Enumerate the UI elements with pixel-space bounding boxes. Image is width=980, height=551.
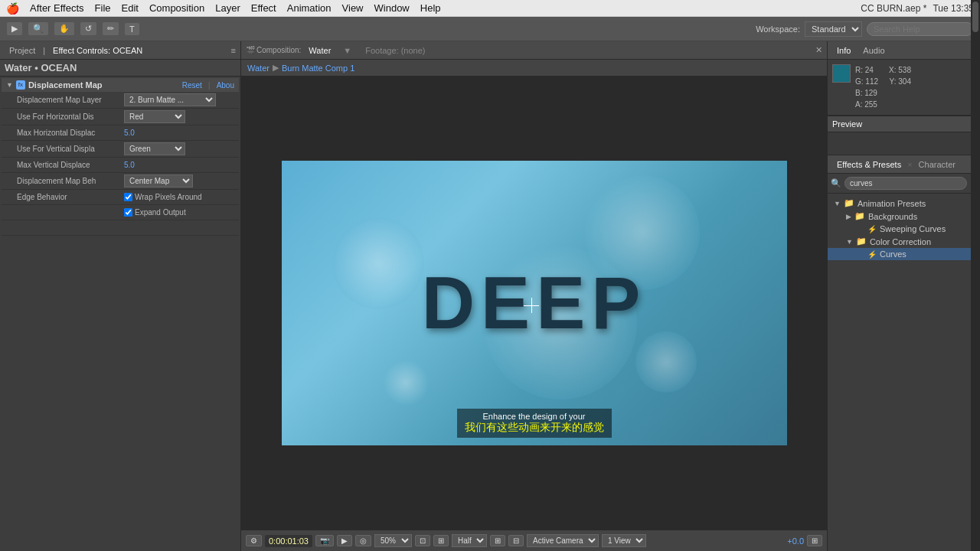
expand-btn[interactable]: ⊞ xyxy=(807,535,822,546)
time-display[interactable]: 0:00:01:03 xyxy=(265,535,312,547)
nav-burn-matte[interactable]: Burn Matte Comp 1 xyxy=(282,64,354,73)
disp-map-beh-row: Displacement Map Beh Center Map xyxy=(2,173,239,190)
menu-window[interactable]: Window xyxy=(374,2,410,14)
expand-output-check[interactable]: Expand Output xyxy=(124,208,186,217)
displacement-map-section: ▼ fx Displacement Map Reset | Abou Displ… xyxy=(2,78,239,236)
character-tab[interactable]: Character xyxy=(914,158,960,171)
coord-x: 538 xyxy=(898,66,911,74)
right-panel-header: Info Audio ≡ xyxy=(828,41,980,60)
max-horiz-value[interactable]: 5.0 xyxy=(124,129,234,137)
guides-btn[interactable]: ⊟ xyxy=(508,535,524,546)
nav-sep: ▶ xyxy=(273,63,279,73)
coord-values: X: 538 Y: 304 xyxy=(889,64,911,87)
tool-pen[interactable]: ✏ xyxy=(102,21,119,36)
color-info-row: R: 24 G: 112 B: 129 A: 255 X: 538 Y: 304 xyxy=(832,64,975,110)
snapshot-btn[interactable]: ⊡ xyxy=(415,535,430,546)
use-horiz-label: Use For Horizontal Dis xyxy=(17,112,124,121)
zoom-select[interactable]: 50% xyxy=(374,534,412,547)
search-icon: 🔍 xyxy=(831,178,841,188)
tool-text[interactable]: T xyxy=(124,22,140,36)
tool-select[interactable]: ▶ xyxy=(6,21,23,36)
tool-zoom[interactable]: 🔍 xyxy=(28,21,49,36)
menu-effect[interactable]: Effect xyxy=(251,2,276,14)
about-button[interactable]: Abou xyxy=(217,81,234,90)
menu-file[interactable]: File xyxy=(95,2,111,14)
max-vert-value[interactable]: 5.0 xyxy=(124,161,234,169)
panel-menu-icon[interactable]: ≡ xyxy=(231,46,236,55)
plus-value: +0.0 xyxy=(787,536,804,546)
disp-map-beh-select[interactable]: Center Map xyxy=(124,174,193,187)
color-b: 129 xyxy=(864,89,877,97)
use-horiz-row: Use For Horizontal Dis Red xyxy=(2,109,239,126)
use-horiz-select[interactable]: Red xyxy=(124,110,185,123)
apple-menu[interactable]: 🍎 xyxy=(6,2,19,15)
camera-icon-btn[interactable]: 📷 xyxy=(315,535,334,546)
menu-help[interactable]: Help xyxy=(420,2,441,14)
reset-button[interactable]: Reset xyxy=(182,81,202,90)
workspace-select[interactable]: Standard xyxy=(805,21,862,37)
tool-rotate[interactable]: ↺ xyxy=(80,21,97,36)
color-correction-triangle: ▼ xyxy=(846,238,853,246)
effects-presets-tab[interactable]: Effects & Presets xyxy=(832,158,906,171)
effects-search-input[interactable] xyxy=(844,177,967,190)
project-tab[interactable]: Project xyxy=(5,44,40,57)
animation-presets-label: Animation Presets xyxy=(858,199,926,208)
comp-icon: 🎬 xyxy=(246,46,255,54)
color-info: R: 24 G: 112 B: 129 A: 255 X: 538 Y: 304 xyxy=(832,64,911,110)
color-correction-label: Color Correction xyxy=(870,237,931,246)
quality-select[interactable]: Half xyxy=(452,534,487,547)
ocean-breadcrumb: Water • OCEAN xyxy=(0,60,240,77)
use-vert-label: Use For Vertical Displa xyxy=(17,145,124,153)
subtitle-overlay: Enhance the design of your 我们有这些动画来开来的感觉 xyxy=(282,409,787,438)
preview-controls: ⚙ 0:00:01:03 📷 ▶ ◎ 50% ⊡ ⊞ Half ⊞ ⊟ Acti… xyxy=(241,530,827,551)
preview-tab[interactable]: Preview xyxy=(832,119,862,129)
search-help-input[interactable] xyxy=(867,22,974,36)
curves-icon: ⚡ xyxy=(867,250,877,259)
sweeping-curves-icon: ⚡ xyxy=(867,225,877,233)
play-btn[interactable]: ▶ xyxy=(337,535,352,546)
cursor-crosshair xyxy=(524,298,539,313)
toolbar: ▶ 🔍 ✋ ↺ ✏ T Workspace: Standard xyxy=(0,17,980,41)
sweeping-curves-item[interactable]: ⚡ Sweeping Curves xyxy=(828,223,980,235)
info-tab[interactable]: Info xyxy=(832,44,855,57)
menu-layer[interactable]: Layer xyxy=(215,2,240,14)
max-horiz-label: Max Horizontal Displac xyxy=(17,129,124,137)
folder-icon: 📁 xyxy=(844,198,854,208)
menu-view[interactable]: View xyxy=(342,2,364,14)
view-select[interactable]: 1 View xyxy=(602,534,646,547)
displacement-map-header[interactable]: ▼ fx Displacement Map Reset | Abou xyxy=(2,78,239,92)
folder-triangle: ▼ xyxy=(834,200,841,207)
effects-search-area: 🔍 ✕ xyxy=(828,174,980,194)
animation-presets-folder[interactable]: ▼ 📁 Animation Presets xyxy=(828,197,980,210)
nav-water[interactable]: Water xyxy=(247,64,270,73)
curves-item[interactable]: ⚡ Curves xyxy=(828,248,980,260)
effect-icon: fx xyxy=(16,80,25,90)
effect-controls-tab[interactable]: Effect Controls: OCEAN xyxy=(48,44,147,57)
menu-after-effects[interactable]: After Effects xyxy=(30,2,84,14)
menu-animation[interactable]: Animation xyxy=(287,2,332,14)
preview-settings-btn[interactable]: ⚙ xyxy=(246,535,262,546)
window-title: CC BURN.aep * xyxy=(861,3,926,14)
water-tab[interactable]: Water xyxy=(302,44,337,57)
collapse-triangle: ▼ xyxy=(6,81,13,89)
menu-edit[interactable]: Edit xyxy=(122,2,139,14)
audio-tab[interactable]: Audio xyxy=(858,44,889,57)
backgrounds-folder[interactable]: ▶ 📁 Backgrounds xyxy=(828,210,980,223)
sweeping-curves-label: Sweeping Curves xyxy=(880,224,946,233)
show-snapshot-btn[interactable]: ⊞ xyxy=(433,535,449,546)
tool-hand[interactable]: ✋ xyxy=(54,21,75,36)
disp-map-layer-select[interactable]: 2. Burn Matte ... xyxy=(124,93,216,106)
panel-close-icon[interactable]: ✕ xyxy=(815,45,822,55)
preview-playback-area xyxy=(828,132,980,155)
composition-tab-label: Composition: xyxy=(256,46,301,54)
color-correction-folder[interactable]: ▼ 📁 Color Correction xyxy=(828,235,980,248)
menu-composition[interactable]: Composition xyxy=(149,2,204,14)
camera-select[interactable]: Active Camera xyxy=(527,534,599,547)
extra-row xyxy=(2,220,239,236)
wrap-pixels-check[interactable]: Wrap Pixels Around xyxy=(124,193,202,201)
use-vert-select[interactable]: Green xyxy=(124,142,185,155)
motion-blur-btn[interactable]: ◎ xyxy=(355,535,371,546)
workspace-label: Workspace: xyxy=(756,24,800,34)
grid-btn[interactable]: ⊞ xyxy=(490,535,505,546)
preview-canvas[interactable]: DEEP Enhance the design of your 我们有这些动画来… xyxy=(241,77,827,530)
